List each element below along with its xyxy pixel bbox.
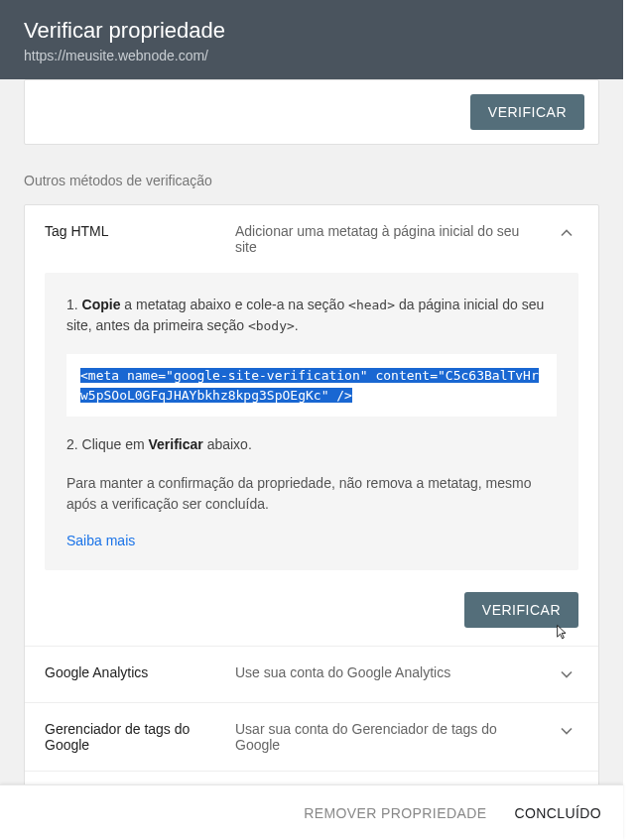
done-button[interactable]: Concluído — [514, 805, 601, 821]
chevron-up-icon — [555, 223, 578, 243]
method-html-tag[interactable]: Tag HTML Adicionar uma metatag à página … — [25, 205, 598, 273]
method-tag-manager[interactable]: Gerenciador de tags do Google Usar sua c… — [25, 702, 598, 771]
dialog-content: Verificar Outros métodos de verificação … — [0, 79, 623, 784]
method-google-analytics[interactable]: Google Analytics Use sua conta do Google… — [25, 646, 598, 702]
method-desc: Usar sua conta do Gerenciador de tags do… — [235, 721, 543, 753]
chevron-down-icon — [555, 664, 578, 684]
method-desc: Use sua conta do Google Analytics — [235, 664, 543, 680]
method-name: Tag HTML — [45, 223, 223, 239]
chevron-down-icon — [555, 721, 578, 741]
method-name: Gerenciador de tags do Google — [45, 721, 223, 753]
keep-note: Para manter a confirmação da propriedade… — [66, 473, 557, 515]
dialog-header: Verificar propriedade https://meusite.we… — [0, 0, 623, 79]
verify-row: Verificar — [25, 588, 598, 646]
dialog-footer: Remover propriedade Concluído — [0, 784, 623, 840]
dialog-url: https://meusite.webnode.com/ — [24, 48, 599, 63]
verify-button[interactable]: Verificar — [464, 592, 578, 628]
meta-tag-code[interactable]: <meta name="google-site-verification" co… — [66, 354, 557, 417]
dialog-title: Verificar propriedade — [24, 18, 599, 44]
step-1: 1. Copie a metatag abaixo e cole-a na se… — [66, 295, 557, 336]
remove-property-button[interactable]: Remover propriedade — [304, 805, 486, 821]
method-dns-provider[interactable]: Provedor do nome de domínio Editar as co… — [25, 771, 598, 784]
meta-tag-text: <meta name="google-site-verification" co… — [80, 368, 539, 403]
verify-button-top[interactable]: Verificar — [470, 94, 584, 130]
learn-more-link[interactable]: Saiba mais — [66, 533, 135, 548]
method-desc: Adicionar uma metatag à página inicial d… — [235, 223, 543, 255]
methods-card: Tag HTML Adicionar uma metatag à página … — [24, 204, 599, 784]
method-name: Google Analytics — [45, 664, 223, 680]
html-tag-instructions: 1. Copie a metatag abaixo e cole-a na se… — [45, 273, 578, 570]
step-2: 2. Clique em Verificar abaixo. — [66, 434, 557, 455]
other-methods-label: Outros métodos de verificação — [24, 173, 599, 188]
top-verify-card: Verificar — [24, 79, 599, 145]
